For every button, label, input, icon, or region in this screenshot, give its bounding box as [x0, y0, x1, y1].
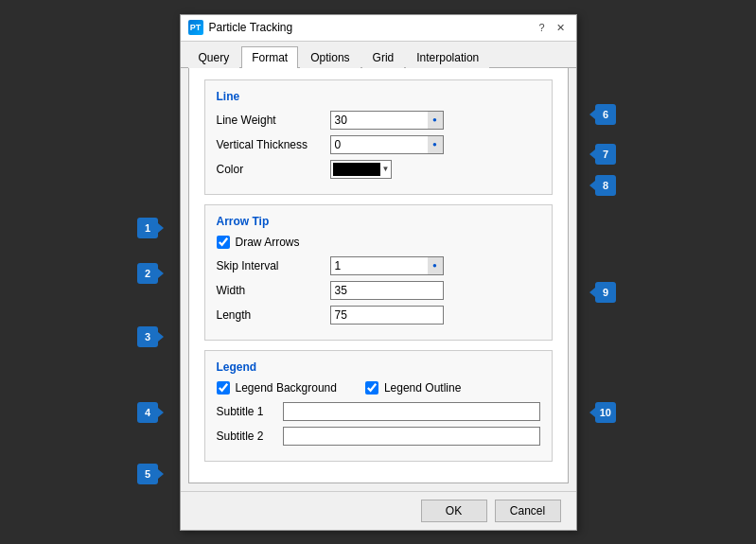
vertical-thickness-label: Vertical Thickness: [217, 138, 330, 151]
line-section-title: Line: [217, 90, 540, 103]
tab-grid[interactable]: Grid: [362, 46, 405, 68]
subtitle2-input[interactable]: [283, 427, 540, 446]
badge-7: 7: [595, 144, 616, 165]
subtitle2-row: Subtitle 2: [217, 427, 540, 446]
ok-button[interactable]: OK: [421, 500, 487, 522]
help-button[interactable]: ?: [535, 20, 550, 35]
subtitle1-input[interactable]: [283, 402, 540, 421]
vertical-thickness-row: Vertical Thickness ●: [217, 135, 540, 154]
skip-interval-label: Skip Interval: [217, 259, 330, 272]
vertical-thickness-input-wrapper: ●: [330, 135, 444, 154]
tab-query[interactable]: Query: [188, 46, 240, 68]
badge-6: 6: [595, 104, 616, 125]
draw-arrows-row: Draw Arrows: [217, 236, 540, 249]
legend-section: Legend Legend Background Legend Outline …: [204, 350, 553, 462]
skip-interval-input[interactable]: [330, 256, 444, 275]
tab-format[interactable]: Format: [241, 46, 298, 68]
width-row: Width: [217, 281, 540, 300]
legend-title: Legend: [217, 360, 540, 374]
tab-interpolation[interactable]: Interpolation: [406, 46, 489, 68]
legend-background-checkbox[interactable]: [217, 381, 230, 395]
title-bar: PT Particle Tracking ? ✕: [181, 15, 576, 42]
color-label: Color: [217, 163, 330, 176]
title-bar-controls: ? ✕: [535, 20, 569, 35]
vertical-thickness-input[interactable]: [330, 135, 444, 154]
badge-1: 1: [137, 218, 158, 238]
skip-interval-spin[interactable]: ●: [428, 257, 443, 274]
tab-content: Line Line Weight ● Vertical Thickness ●: [188, 68, 569, 483]
app-icon: PT: [188, 20, 203, 35]
badge-3: 3: [137, 326, 158, 347]
line-weight-spin[interactable]: ●: [428, 112, 443, 129]
badge-5: 5: [137, 464, 158, 484]
dialog-title: Particle Tracking: [209, 21, 535, 34]
legend-outline-label: Legend Outline: [384, 381, 461, 395]
color-dropdown-icon: ▼: [382, 165, 390, 173]
draw-arrows-label: Draw Arrows: [236, 236, 300, 249]
vertical-thickness-spin[interactable]: ●: [428, 136, 443, 153]
dialog: PT Particle Tracking ? ✕ Query Format Op…: [180, 14, 577, 531]
width-label: Width: [217, 284, 330, 297]
length-row: Length: [217, 306, 540, 325]
subtitle2-label: Subtitle 2: [217, 430, 283, 443]
badge-2: 2: [137, 263, 158, 284]
legend-background-row: Legend Background: [217, 381, 337, 395]
badge-10: 10: [595, 402, 616, 423]
line-weight-input[interactable]: [330, 111, 444, 130]
skip-interval-input-wrapper: ●: [330, 256, 444, 275]
tab-bar: Query Format Options Grid Interpolation: [181, 42, 576, 68]
subtitle1-label: Subtitle 1: [217, 405, 283, 418]
close-button[interactable]: ✕: [554, 20, 569, 35]
length-input[interactable]: [330, 306, 444, 325]
color-row: Color ▼: [217, 160, 540, 179]
cancel-button[interactable]: Cancel: [495, 500, 561, 522]
color-swatch: [333, 163, 380, 176]
draw-arrows-checkbox[interactable]: [217, 236, 230, 249]
length-label: Length: [217, 308, 330, 322]
color-picker-button[interactable]: ▼: [330, 160, 393, 179]
legend-outline-checkbox[interactable]: [365, 381, 378, 395]
line-weight-label: Line Weight: [217, 114, 330, 127]
width-input[interactable]: [330, 281, 444, 300]
badge-8: 8: [595, 175, 616, 196]
legend-outline-row: Legend Outline: [365, 381, 461, 395]
line-weight-row: Line Weight ●: [217, 111, 540, 130]
legend-background-label: Legend Background: [236, 381, 337, 395]
tab-options[interactable]: Options: [300, 46, 360, 68]
line-weight-input-wrapper: ●: [330, 111, 444, 130]
line-section: Line Line Weight ● Vertical Thickness ●: [204, 79, 553, 195]
arrow-tip-section: Arrow Tip Draw Arrows Skip Interval ● Wi…: [204, 204, 553, 341]
badge-9: 9: [595, 282, 616, 303]
arrow-tip-title: Arrow Tip: [217, 215, 540, 228]
dialog-footer: OK Cancel: [181, 491, 576, 530]
badge-4: 4: [137, 402, 158, 423]
subtitle1-row: Subtitle 1: [217, 402, 540, 421]
skip-interval-row: Skip Interval ●: [217, 256, 540, 275]
